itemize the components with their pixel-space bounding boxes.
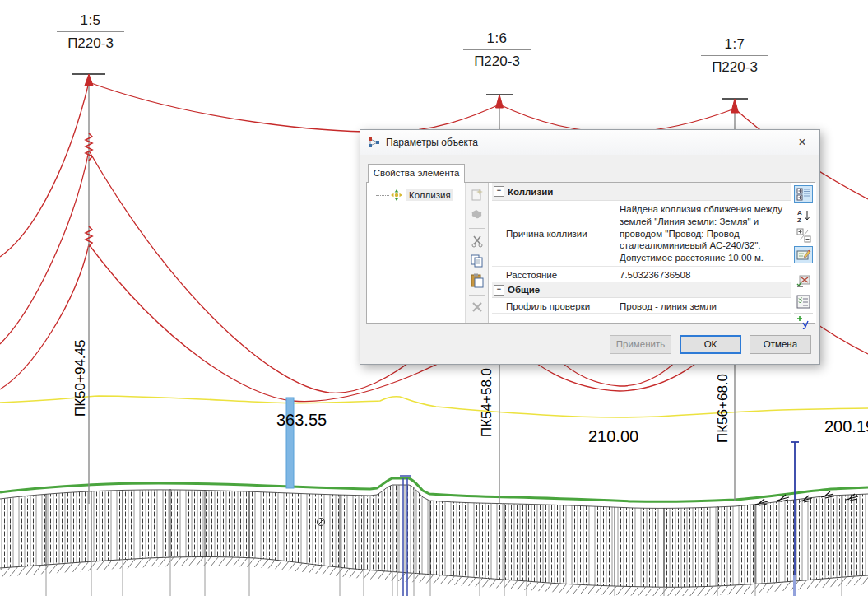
copy-icon[interactable] [470,254,485,268]
span-length-2: 210.00 [588,427,638,446]
edit-property-icon[interactable] [794,246,813,263]
check-errors-icon[interactable] [794,272,813,289]
tower-1-type: П220-3 [49,35,132,52]
property-grid: − Коллизии Причина коллизии Найдена колл… [492,183,791,323]
tower-2-ratio: 1:6 [456,30,538,47]
group-header-label: Коллизии [508,187,553,197]
property-label: Расстояние [492,267,615,282]
properties-panel: Коллизия [366,182,815,324]
fraction-line [701,55,768,56]
fraction-line [463,49,531,50]
grid-view-toolbar: A Z [791,183,816,323]
property-label: Профиль проверки [492,298,615,313]
toolbar-separator [794,268,813,268]
tower-1-label: 1:5 П220-3 [49,12,132,52]
toolbar-separator [469,228,485,229]
svg-text:A: A [797,209,802,217]
element-toolbar [465,183,489,323]
component-icon[interactable] [470,207,485,221]
ok-button[interactable]: ОК [680,335,741,354]
expand-collapse-icon[interactable] [794,226,813,244]
collapse-icon[interactable]: − [494,285,504,296]
toolbar-separator [794,313,813,314]
property-value[interactable]: Провод - линия земли [615,298,791,313]
tower-3-ratio: 1:7 [694,36,776,53]
span-length-1: 363.55 [276,411,327,430]
dialog-titlebar[interactable]: Параметры объекта × [360,130,819,155]
panel-divider [488,183,489,323]
property-row-check-profile[interactable]: Профиль проверки Провод - линия земли [492,298,791,314]
collapse-icon[interactable]: − [494,186,504,197]
cancel-button[interactable]: Отмена [750,335,811,354]
span-length-3: 200.19 [824,417,868,436]
tower-3-type: П220-3 [694,59,776,76]
object-parameters-dialog: Параметры объекта × Свойства элемента Ко… [360,129,820,365]
app-icon [368,137,380,149]
toolbar-separator [469,295,485,296]
group-header-general[interactable]: − Общие [492,282,791,298]
delete-icon[interactable] [470,300,485,314]
add-element-icon[interactable] [470,187,485,202]
paste-icon[interactable] [470,273,485,288]
property-value[interactable]: Найдена коллизия сближения между землей … [615,201,791,266]
apply-button[interactable]: Применить [610,335,671,354]
aux-profile-line[interactable] [0,396,868,417]
close-icon[interactable]: × [793,134,811,151]
station-label-2: ПК54+58.0 [479,368,495,437]
property-row-distance[interactable]: Расстояние 7.503236736508 [492,267,791,282]
app-canvas: { "drawing": { "towers": [ {"ratio_label… [0,0,868,596]
tower-crossarms [72,74,748,99]
tab-element-properties[interactable]: Свойства элемента [368,164,465,183]
dialog-title: Параметры объекта [386,137,478,148]
property-label: Причина коллизии [492,201,615,266]
categorized-view-icon[interactable] [794,185,813,203]
svg-text:Z: Z [797,217,801,223]
station-label-3: ПК56+68.0 [715,374,731,443]
fraction-line [57,31,124,32]
collision-node-icon [391,189,402,201]
add-watch-icon[interactable] [794,315,813,330]
property-row-collision-reason[interactable]: Причина коллизии Найдена коллизия сближе… [492,201,791,267]
checklist-icon[interactable] [794,293,813,310]
tower-2-type: П220-3 [456,54,538,70]
tower-3-label: 1:7 П220-3 [694,36,776,76]
group-header-collisions[interactable]: − Коллизии [492,183,791,201]
tree-item-label: Коллизия [406,189,453,201]
property-value[interactable]: 7.503236736508 [615,267,791,282]
group-header-label: Общие [508,285,540,295]
cut-icon[interactable] [470,234,485,249]
alphabetical-sort-icon[interactable]: A Z [794,207,813,224]
tree-item-collision[interactable]: Коллизия [367,188,453,203]
station-label-1: ПК50+94.45 [72,340,89,417]
tree-connector [376,195,389,196]
tower-2-label: 1:6 П220-3 [456,30,538,70]
tower-1-ratio: 1:5 [49,12,132,29]
